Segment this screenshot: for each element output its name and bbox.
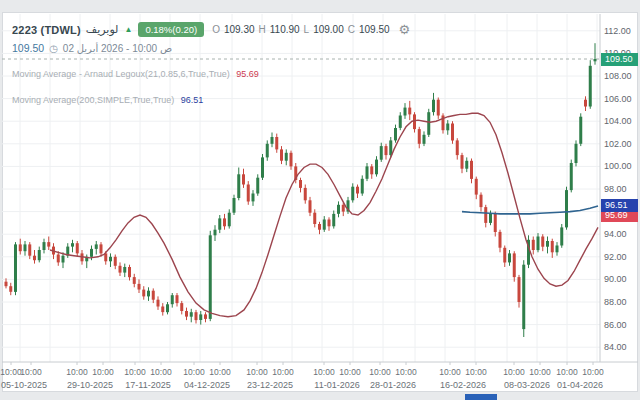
time-label: 10:00 [0, 367, 22, 377]
high-value: 110.90 [270, 24, 300, 35]
candle-body [546, 241, 549, 247]
close-label: C [348, 24, 355, 35]
time-label: 10:00 [66, 367, 88, 377]
candle-body [5, 282, 8, 287]
date-label: 05-10-2025 [1, 380, 47, 390]
symbol-legend-row[interactable]: 2223 (TDWL) لوبريف ▲ 0.18%(0.20) O 109.3… [12, 22, 410, 37]
candle-body [399, 116, 402, 128]
candle-body [218, 218, 221, 229]
symbol-title: 2223 (TDWL) [12, 24, 81, 36]
candle-body [176, 295, 179, 303]
candle-body [190, 312, 193, 317]
candle-body [271, 137, 274, 144]
time-label: 10:00 [339, 367, 361, 377]
last-price-value: 109.50 [12, 42, 44, 54]
candle-body [389, 140, 392, 155]
date-label: 28-01-2026 [370, 380, 416, 390]
candle-body [242, 174, 245, 184]
candle-body [299, 180, 302, 188]
candle-body [518, 277, 521, 302]
candle-body [14, 244, 17, 292]
candle-body [342, 205, 345, 212]
candle-body [413, 114, 416, 129]
price-axis-label: 86.00 [604, 320, 627, 330]
candle-body [484, 207, 487, 223]
candle-body [470, 161, 473, 179]
candle-body [361, 179, 364, 194]
candle-body [71, 243, 74, 246]
time-label: 10:00 [183, 367, 205, 377]
candle-body [522, 265, 525, 329]
price-badge-sma: 96.51 [601, 199, 638, 212]
candle-body [394, 128, 397, 140]
candle-body [375, 160, 378, 175]
candle-body [261, 157, 264, 177]
candle-body [180, 303, 183, 311]
candle-body [584, 100, 587, 107]
date-label: 17-11-2025 [125, 380, 170, 390]
candle-body [551, 241, 554, 252]
candle-body [285, 153, 288, 161]
candle-body [446, 124, 449, 131]
candle-body [494, 214, 497, 232]
candle-body [351, 187, 354, 201]
candle-body [38, 250, 41, 260]
indicator-sma-label: Moving Average(200,SIMPLE,True,True) [12, 95, 174, 105]
price-axis-label: 108.00 [604, 71, 632, 81]
candle-body [594, 59, 597, 61]
indicator-row-alma[interactable]: Moving Average - Arnaud Legoux(21,0.85,6… [12, 69, 259, 79]
candle-body [475, 179, 478, 195]
date-label: 29-10-2025 [67, 380, 113, 390]
price-axis-label: 92.00 [604, 252, 627, 262]
candle-body [489, 214, 492, 223]
candle-body [437, 100, 440, 116]
candle-body [237, 174, 240, 198]
price-badge-last: 109.50 [601, 53, 638, 66]
time-label: 10:00 [92, 367, 114, 377]
candle-body [147, 291, 150, 297]
candle-body [195, 312, 198, 320]
scrollbar-thumb[interactable] [465, 394, 497, 400]
candle-body [465, 161, 468, 169]
candle-body [95, 244, 98, 249]
candle-body [43, 242, 46, 250]
candle-body [128, 267, 131, 277]
candle-body [290, 153, 293, 167]
ohlc-readout: O 109.30 H 110.90 L 109.00 C 109.50 [212, 24, 389, 35]
candle-body [356, 187, 359, 194]
candle-body [423, 135, 426, 144]
last-bar-info-row: 109.50 ◷ 02 ص 10:00 - 2026 أبريل [12, 42, 172, 54]
candle-body [309, 200, 312, 212]
price-axis-label: 112.00 [604, 26, 631, 36]
candle-body [418, 129, 421, 144]
candlestick-chart[interactable]: 84.0086.0088.0090.0092.0094.0096.0098.00… [0, 0, 640, 400]
candle-body [461, 155, 464, 169]
price-axis-label: 106.00 [604, 94, 632, 104]
indicator-alma-label: Moving Average - Arnaud Legoux(21,0.85,6… [12, 69, 230, 79]
candle-body [499, 232, 502, 248]
candle-body [408, 108, 411, 115]
candle-body [157, 300, 160, 307]
candle-body [33, 256, 36, 261]
candle-body [24, 244, 27, 251]
candle-body [570, 163, 573, 190]
candle-body [9, 286, 12, 292]
candle-body [537, 237, 540, 251]
candle-body [337, 205, 340, 214]
date-label: 08-03-2026 [504, 380, 550, 390]
date-label: 23-12-2025 [247, 380, 293, 390]
candle-body [28, 244, 31, 255]
candle-body [100, 244, 103, 253]
candle-body [166, 304, 169, 312]
candle-body [432, 100, 435, 112]
bar-datetime: 02 ص 10:00 - 2026 أبريل [63, 43, 172, 54]
indicator-row-sma[interactable]: Moving Average(200,SIMPLE,True,True) 96.… [12, 95, 203, 105]
candle-body [513, 253, 516, 277]
candle-body [214, 230, 217, 236]
price-axis-label: 90.00 [604, 274, 627, 284]
chart-canvas[interactable]: 84.0086.0088.0090.0092.0094.0096.0098.00… [0, 0, 640, 400]
settings-gear-icon[interactable]: ⚙ [399, 22, 411, 37]
candle-body [427, 112, 430, 135]
candle-body [142, 290, 145, 297]
candle-body [266, 144, 269, 158]
